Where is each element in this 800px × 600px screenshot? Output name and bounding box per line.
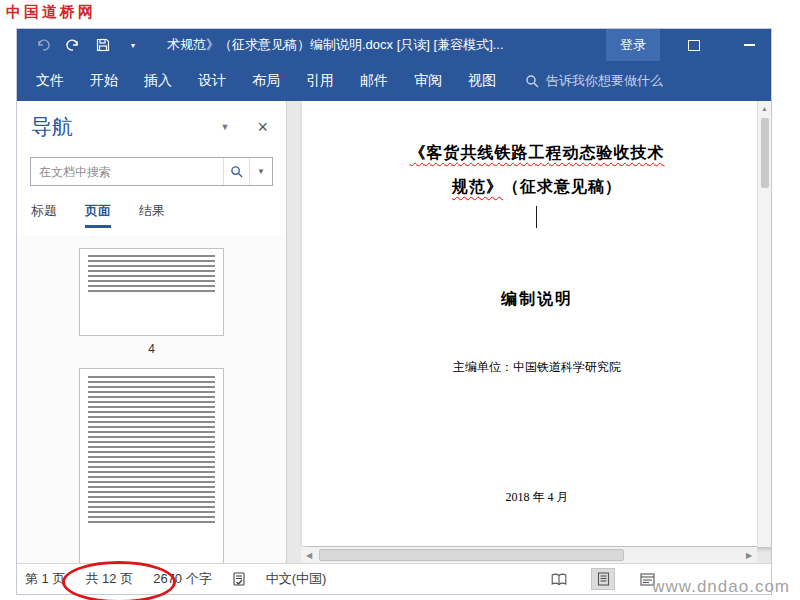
thumbnail-text-lines <box>88 376 215 526</box>
scroll-left-icon[interactable]: ◀ <box>301 551 317 560</box>
document-search-box: ▼ <box>30 157 273 186</box>
scroll-right-icon[interactable]: ▶ <box>741 551 757 560</box>
page-thumbnail[interactable] <box>79 368 224 563</box>
tab-home[interactable]: 开始 <box>77 61 131 101</box>
search-magnifier-icon[interactable] <box>223 158 249 185</box>
vertical-scroll-thumb[interactable] <box>761 118 769 188</box>
window-title: 术规范》（征求意见稿）编制说明.docx [只读] [兼容模式]... <box>167 36 504 54</box>
quick-access-toolbar: ▼ <box>17 37 141 53</box>
watermark-site-url: www.dndao.com <box>652 577 790 597</box>
vertical-scrollbar[interactable]: ▲ <box>757 101 771 547</box>
read-mode-button[interactable] <box>547 568 571 590</box>
watermark-site-name: 中国道桥网 <box>6 3 96 22</box>
thumbnail-page-number: 4 <box>17 342 286 356</box>
navigation-header: 导航 ▼ × <box>17 101 286 145</box>
navigation-options-caret-icon[interactable]: ▼ <box>221 122 230 132</box>
horizontal-scroll-track[interactable] <box>317 547 741 563</box>
language-indicator[interactable]: 中文(中国) <box>266 570 327 588</box>
tab-mailings[interactable]: 邮件 <box>347 61 401 101</box>
navigation-title: 导航 <box>31 113 73 141</box>
screenshot-stage: ▼ 术规范》（征求意见稿）编制说明.docx [只读] [兼容模式]... 登录… <box>0 0 800 600</box>
status-bar-left: 第 1 页 共 12 页 2670 个字 中文(中国) <box>17 570 326 588</box>
text-cursor <box>536 206 537 228</box>
tab-design[interactable]: 设计 <box>185 61 239 101</box>
sign-in-button[interactable]: 登录 <box>606 29 660 61</box>
scroll-up-icon[interactable]: ▲ <box>758 101 771 112</box>
title-bar: ▼ 术规范》（征求意见稿）编制说明.docx [只读] [兼容模式]... 登录 <box>17 29 771 61</box>
tab-pages[interactable]: 页面 <box>85 202 111 228</box>
navigation-close-icon[interactable]: × <box>257 118 268 136</box>
tab-insert[interactable]: 插入 <box>131 61 185 101</box>
tab-review[interactable]: 审阅 <box>401 61 455 101</box>
navigation-pane: 导航 ▼ × ▼ 标题 页面 <box>17 101 287 563</box>
total-pages[interactable]: 共 12 页 <box>85 570 133 588</box>
status-bar-right <box>547 568 659 590</box>
horizontal-scroll-thumb[interactable] <box>319 549 624 561</box>
tab-headings[interactable]: 标题 <box>31 202 57 228</box>
ribbon-tab-bar: 文件 开始 插入 设计 布局 引用 邮件 审阅 视图 告诉我你想要做什么 <box>17 61 771 101</box>
proofing-icon[interactable] <box>232 572 246 587</box>
document-search-input[interactable] <box>31 165 223 179</box>
repeat-icon[interactable] <box>65 37 81 53</box>
page-indicator[interactable]: 第 1 页 <box>25 570 65 588</box>
tab-file[interactable]: 文件 <box>23 61 77 101</box>
quick-access-dropdown-icon[interactable]: ▼ <box>125 37 141 53</box>
minimize-icon[interactable] <box>744 44 755 46</box>
print-layout-button[interactable] <box>591 568 615 590</box>
main-area: 导航 ▼ × ▼ 标题 页面 <box>17 101 771 563</box>
horizontal-scrollbar[interactable]: ◀ ▶ <box>301 547 757 563</box>
tell-me-search[interactable]: 告诉我你想要做什么 <box>525 72 663 90</box>
tab-view[interactable]: 视图 <box>455 61 509 101</box>
search-icon <box>525 74 539 88</box>
word-count[interactable]: 2670 个字 <box>153 570 212 588</box>
search-dropdown-icon[interactable]: ▼ <box>249 158 272 185</box>
document-page[interactable]: 《客货共线铁路工程动态验收技术 规范》（征求意见稿） 编制说明 主编单位：中国铁… <box>302 101 771 546</box>
undo-icon[interactable] <box>35 37 51 53</box>
doc-organization-line: 主编单位：中国铁道科学研究院 <box>302 359 771 376</box>
word-window: ▼ 术规范》（征求意见稿）编制说明.docx [只读] [兼容模式]... 登录… <box>16 28 772 595</box>
thumbnail-text-lines <box>88 255 215 293</box>
doc-title-line1: 《客货共线铁路工程动态验收技术 <box>302 143 771 164</box>
save-icon[interactable] <box>95 37 111 53</box>
navigation-tabs: 标题 页面 结果 <box>17 186 286 228</box>
page-thumbnail-list: 4 <box>17 236 286 563</box>
maximize-icon[interactable] <box>688 40 700 51</box>
window-controls <box>688 40 755 51</box>
tab-results[interactable]: 结果 <box>139 202 165 228</box>
tab-layout[interactable]: 布局 <box>239 61 293 101</box>
doc-heading: 编制说明 <box>302 289 771 310</box>
doc-title-line2: 规范》（征求意见稿） <box>302 177 771 198</box>
tell-me-label: 告诉我你想要做什么 <box>546 72 663 90</box>
doc-date-line: 2018 年 4 月 <box>302 489 771 506</box>
tab-references[interactable]: 引用 <box>293 61 347 101</box>
document-canvas: 《客货共线铁路工程动态验收技术 规范》（征求意见稿） 编制说明 主编单位：中国铁… <box>287 101 771 563</box>
page-thumbnail[interactable] <box>79 248 224 336</box>
